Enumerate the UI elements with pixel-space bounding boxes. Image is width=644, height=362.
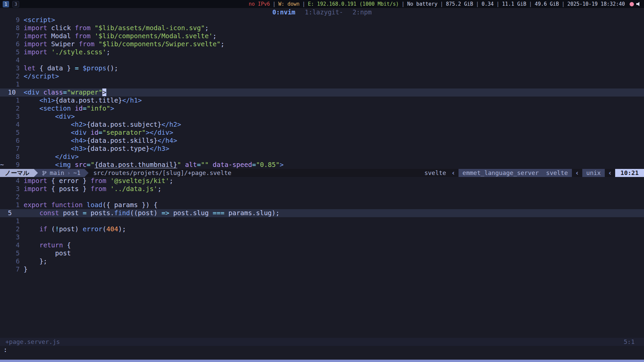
- code-text: import click from "$lib/assets/modal-ico…: [23, 24, 209, 32]
- code-text: <h2>{data.post.subject}</h2>: [23, 121, 181, 129]
- code-line[interactable]: 3: [0, 233, 644, 241]
- sign-column: [0, 105, 8, 113]
- chevron-left-icon: ‹: [608, 169, 612, 177]
- code-text: <div class="wrapper">: [23, 88, 106, 97]
- statusline-inactive: +page.server.js 5:1: [0, 338, 644, 346]
- pink-circle-icon: [630, 2, 634, 6]
- code-text: if (!post) error(404);: [23, 225, 126, 233]
- code-line[interactable]: 9<script>: [0, 16, 644, 24]
- line-number: 5: [8, 249, 19, 257]
- code-line[interactable]: 2 <section id="info">: [0, 105, 644, 113]
- inactive-file-name: +page.server.js: [5, 338, 60, 346]
- code-line[interactable]: 6import Swiper from "$lib/components/Swi…: [0, 40, 644, 48]
- line-number: 5: [8, 48, 19, 56]
- fileformat-label: unix: [582, 169, 605, 177]
- code-line[interactable]: 4import { error } from '@sveltejs/kit';: [0, 177, 644, 185]
- code-line[interactable]: 5import './style.scss';: [0, 48, 644, 56]
- code-line[interactable]: ~9 <img src="{data.post.thumbnail}" alt=…: [0, 161, 644, 169]
- code-line[interactable]: 4: [0, 56, 644, 64]
- code-line[interactable]: 3 <div>: [0, 113, 644, 121]
- sign-column: [0, 322, 8, 330]
- code-line[interactable]: [0, 314, 644, 322]
- code-line[interactable]: [0, 322, 644, 330]
- code-line[interactable]: 5 const post = posts.find((post) => post…: [0, 209, 644, 217]
- tmux-stat: No battery: [407, 1, 437, 7]
- separator: |: [302, 1, 305, 7]
- lsp-clients-label: emmet_language_server svelte: [459, 169, 572, 177]
- nvim-editor: 9<script>8import click from "$lib/assets…: [0, 16, 644, 362]
- code-line[interactable]: [0, 306, 644, 314]
- code-line[interactable]: 2: [0, 193, 644, 201]
- code-line[interactable]: 8import click from "$lib/assets/modal-ic…: [0, 24, 644, 32]
- code-line[interactable]: 1export function load({ params }) {: [0, 201, 644, 209]
- code-line[interactable]: 3let { data } = $props();: [0, 64, 644, 72]
- line-number: 6: [8, 257, 19, 265]
- code-text: post: [23, 249, 71, 257]
- line-number: [8, 290, 19, 298]
- tmux-stat: W: down: [278, 1, 300, 7]
- line-number: [8, 282, 19, 290]
- sign-column: [0, 80, 8, 88]
- line-number: [8, 314, 19, 322]
- sign-column: [0, 121, 8, 129]
- git-branch-label[interactable]: main: [50, 169, 64, 177]
- sign-column: [0, 306, 8, 314]
- inactive-cursor-position: 5:1: [624, 338, 635, 346]
- sign-column: [0, 217, 8, 225]
- command-line[interactable]: :: [0, 346, 644, 354]
- tmux-window-0nvim[interactable]: 0:nvim: [272, 8, 296, 16]
- sign-column: [0, 153, 8, 161]
- code-line[interactable]: 2 if (!post) error(404);: [0, 225, 644, 233]
- code-line[interactable]: 8 </div>: [0, 153, 644, 161]
- code-text: return {: [23, 241, 71, 249]
- code-line[interactable]: 1: [0, 80, 644, 88]
- speaker-icon: [636, 2, 641, 6]
- code-text: };: [23, 257, 47, 265]
- line-number: 7: [8, 145, 19, 153]
- sign-column: [0, 40, 8, 48]
- code-line[interactable]: 7}: [0, 265, 644, 274]
- code-line[interactable]: 7import Modal from '$lib/components/Moda…: [0, 32, 644, 40]
- code-line[interactable]: 5 post: [0, 249, 644, 257]
- tmux-stat: E: 192.168.0.191 (1000 Mbit/s): [308, 1, 399, 7]
- code-text: <div id="separator"></div>: [23, 129, 173, 137]
- code-text: <script>: [23, 16, 55, 24]
- tmux-window-2npm[interactable]: 2:npm: [353, 8, 372, 16]
- session-badge[interactable]: 1: [3, 1, 9, 7]
- code-text: }: [23, 265, 28, 274]
- tmux-window-1lazygit[interactable]: 1:lazygit-: [305, 8, 343, 16]
- code-line[interactable]: 2</script>: [0, 72, 644, 80]
- code-line[interactable]: [0, 298, 644, 306]
- code-line[interactable]: 1 <h1>{data.post.title}</h1>: [0, 97, 644, 105]
- chevron-right-icon: ›: [67, 169, 71, 177]
- pane-count-badge[interactable]: 3: [12, 1, 19, 7]
- git-diff-count: ~1: [73, 169, 80, 177]
- code-line[interactable]: 4 <h2>{data.post.subject}</h2>: [0, 121, 644, 129]
- code-line[interactable]: [0, 274, 644, 282]
- line-number: 6: [8, 40, 19, 48]
- sign-column: [0, 32, 8, 40]
- separator: |: [496, 1, 499, 7]
- sign-column: [0, 56, 8, 64]
- sign-column: [0, 265, 8, 274]
- code-line[interactable]: 6 <h4>{data.post.skills}</h4>: [0, 137, 644, 145]
- code-text: </div>: [23, 153, 78, 161]
- code-line[interactable]: 5 <div id="separator"></div>: [0, 129, 644, 137]
- code-line[interactable]: 3import { posts } from '../data.js';: [0, 185, 644, 193]
- sign-column: [0, 330, 8, 338]
- line-number: 4: [8, 177, 19, 185]
- code-text: <h4>{data.post.skills}</h4>: [23, 137, 177, 145]
- code-line[interactable]: 4 return {: [0, 241, 644, 249]
- sign-column: [0, 16, 8, 24]
- code-line[interactable]: 7 <h3>{data.post.type}</h3>: [0, 145, 644, 153]
- code-line[interactable]: [0, 330, 644, 338]
- code-line[interactable]: [0, 282, 644, 290]
- code-line[interactable]: 6 };: [0, 257, 644, 265]
- separator: |: [401, 1, 405, 7]
- line-number: 2: [8, 225, 19, 233]
- code-line[interactable]: 10<div class="wrapper">: [0, 88, 644, 97]
- sign-column: [0, 282, 8, 290]
- code-line[interactable]: [0, 290, 644, 298]
- code-line[interactable]: 1: [0, 217, 644, 225]
- line-number: 8: [8, 24, 19, 32]
